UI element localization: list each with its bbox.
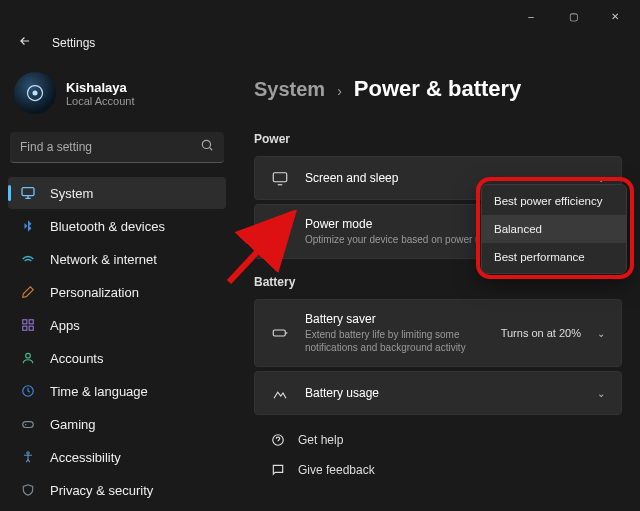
brush-icon [20, 284, 36, 300]
system-icon [20, 185, 36, 201]
batterysaver-status: Turns on at 20% [501, 327, 581, 339]
profile-type: Local Account [66, 95, 135, 107]
accessibility-icon [20, 449, 36, 465]
breadcrumb: System › Power & battery [254, 62, 622, 124]
close-button[interactable]: ✕ [594, 2, 636, 30]
back-arrow-icon[interactable] [18, 34, 34, 52]
svg-rect-5 [29, 320, 33, 324]
svg-rect-6 [23, 326, 27, 330]
content-pane: System › Power & battery Power Screen an… [232, 62, 640, 511]
dropdown-item-performance[interactable]: Best performance [482, 243, 626, 271]
batteryusage-icon [271, 384, 289, 402]
sidebar-item-label: Accessibility [50, 450, 121, 465]
sidebar-item-network[interactable]: Network & internet [8, 243, 226, 275]
powermode-dropdown: Best power efficiency Balanced Best perf… [481, 184, 627, 274]
bluetooth-icon [20, 218, 36, 234]
gaming-icon [20, 416, 36, 432]
section-power-title: Power [254, 132, 622, 146]
sidebar-item-label: Bluetooth & devices [50, 219, 165, 234]
accounts-icon [20, 350, 36, 366]
card-battery-saver[interactable]: Battery saver Extend battery life by lim… [254, 299, 622, 367]
section-battery-title: Battery [254, 275, 622, 289]
sidebar-item-accessibility[interactable]: Accessibility [8, 441, 226, 473]
maximize-button[interactable]: ▢ [552, 2, 594, 30]
sidebar: Kishalaya Local Account System Bluetooth… [0, 62, 232, 511]
svg-rect-12 [273, 173, 287, 182]
sidebar-item-update[interactable]: Windows Update [8, 507, 226, 511]
sidebar-item-label: Personalization [50, 285, 139, 300]
sidebar-item-label: Apps [50, 318, 80, 333]
batterysaver-icon [271, 324, 289, 342]
sidebar-item-label: Network & internet [50, 252, 157, 267]
feedback-label: Give feedback [298, 463, 375, 477]
screen-icon [271, 169, 289, 187]
sidebar-item-gaming[interactable]: Gaming [8, 408, 226, 440]
sidebar-item-label: System [50, 186, 93, 201]
svg-rect-7 [29, 326, 33, 330]
powermode-icon [271, 223, 289, 241]
card-title: Battery saver [305, 312, 485, 326]
breadcrumb-sep-icon: › [337, 83, 342, 99]
svg-point-2 [202, 140, 210, 148]
breadcrumb-parent[interactable]: System [254, 78, 325, 101]
chevron-down-icon: ⌄ [597, 388, 605, 399]
svg-rect-4 [23, 320, 27, 324]
sidebar-item-label: Gaming [50, 417, 96, 432]
shield-icon [20, 482, 36, 498]
sidebar-item-privacy[interactable]: Privacy & security [8, 474, 226, 506]
card-title: Battery usage [305, 386, 581, 400]
card-battery-usage[interactable]: Battery usage ⌄ [254, 371, 622, 415]
svg-point-11 [27, 452, 29, 454]
dropdown-item-efficiency[interactable]: Best power efficiency [482, 187, 626, 215]
help-icon [270, 433, 286, 447]
chevron-down-icon: ⌄ [597, 173, 605, 184]
profile-block[interactable]: Kishalaya Local Account [8, 66, 226, 126]
app-title: Settings [52, 36, 95, 50]
help-label: Get help [298, 433, 343, 447]
sidebar-item-bluetooth[interactable]: Bluetooth & devices [8, 210, 226, 242]
give-feedback-link[interactable]: Give feedback [254, 455, 622, 485]
page-title: Power & battery [354, 76, 522, 102]
clock-icon [20, 383, 36, 399]
card-title: Screen and sleep [305, 171, 581, 185]
sidebar-item-accounts[interactable]: Accounts [8, 342, 226, 374]
header: Settings [0, 32, 640, 54]
profile-name: Kishalaya [66, 80, 135, 95]
svg-point-8 [26, 353, 31, 358]
sidebar-item-personalization[interactable]: Personalization [8, 276, 226, 308]
get-help-link[interactable]: Get help [254, 425, 622, 455]
card-desc: Extend battery life by limiting some not… [305, 328, 485, 354]
sidebar-item-label: Accounts [50, 351, 103, 366]
feedback-icon [270, 463, 286, 477]
svg-rect-3 [22, 188, 34, 196]
svg-point-1 [33, 91, 38, 96]
wifi-icon [20, 251, 36, 267]
chevron-down-icon: ⌄ [597, 328, 605, 339]
sidebar-item-label: Privacy & security [50, 483, 153, 498]
svg-rect-13 [273, 330, 285, 336]
svg-rect-10 [23, 422, 34, 428]
sidebar-item-time[interactable]: Time & language [8, 375, 226, 407]
sidebar-item-apps[interactable]: Apps [8, 309, 226, 341]
titlebar: – ▢ ✕ [0, 0, 640, 32]
avatar [14, 72, 56, 114]
sidebar-item-system[interactable]: System [8, 177, 226, 209]
search-input[interactable] [20, 140, 200, 154]
apps-icon [20, 317, 36, 333]
sidebar-item-label: Time & language [50, 384, 148, 399]
search-icon [200, 138, 214, 156]
search-box[interactable] [10, 132, 224, 163]
dropdown-item-balanced[interactable]: Balanced [482, 215, 626, 243]
minimize-button[interactable]: – [510, 2, 552, 30]
